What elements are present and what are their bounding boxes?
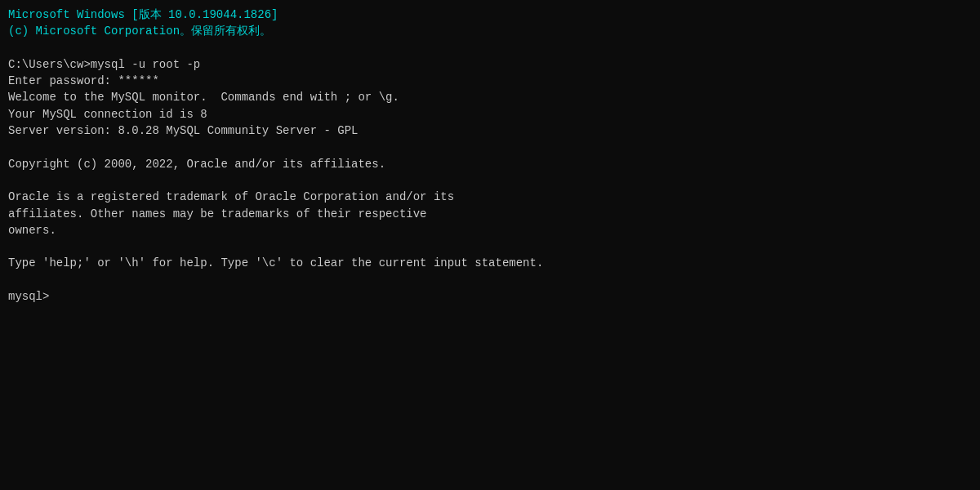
windows-version-line2: (c) Microsoft Corporation。保留所有权利。 [8,23,972,39]
blank-line-1 [8,40,972,56]
copyright-line: Copyright (c) 2000, 2022, Oracle and/or … [8,156,972,172]
help-line: Type 'help;' or '\h' for help. Type '\c'… [8,255,972,271]
windows-version-line1: Microsoft Windows [版本 10.0.19044.1826] [8,7,972,23]
terminal-window[interactable]: Microsoft Windows [版本 10.0.19044.1826] (… [0,0,980,490]
mysql-prompt[interactable]: mysql> [8,288,972,305]
blank-line-2 [8,139,972,155]
password-line: Enter password: ****** [8,73,972,89]
command-input-line: C:\Users\cw>mysql -u root -p [8,56,972,73]
connection-id-line: Your MySQL connection id is 8 [8,106,972,122]
blank-line-5 [8,272,972,288]
welcome-line: Welcome to the MySQL monitor. Commands e… [8,89,972,105]
oracle-line-3: owners. [8,222,972,238]
oracle-line-1: Oracle is a registered trademark of Orac… [8,189,972,205]
server-version-line: Server version: 8.0.28 MySQL Community S… [8,122,972,139]
blank-line-3 [8,172,972,189]
blank-line-4 [8,238,972,255]
oracle-line-2: affiliates. Other names may be trademark… [8,206,972,222]
